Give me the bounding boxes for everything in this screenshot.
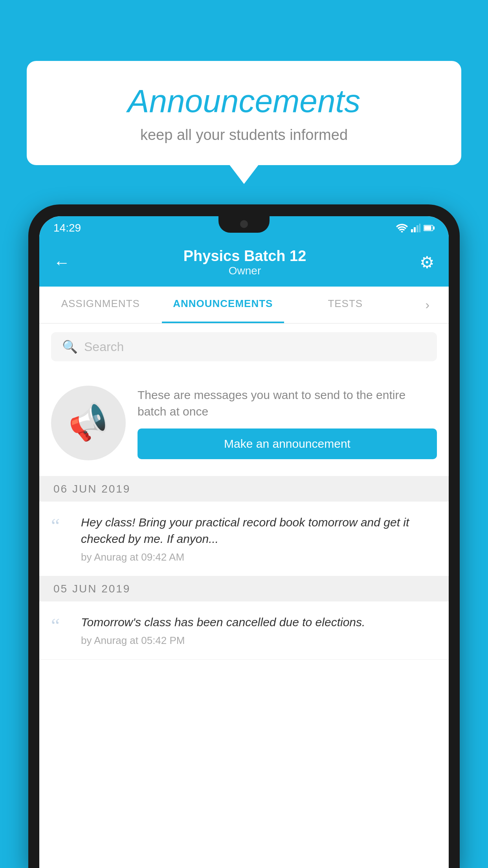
- status-bar: 14:29: [39, 216, 449, 240]
- speech-bubble-container: Announcements keep all your students inf…: [27, 61, 461, 165]
- announcement-item-2[interactable]: “ Tomorrow's class has been cancelled du…: [39, 601, 449, 660]
- notch-camera: [240, 220, 248, 228]
- svg-rect-4: [419, 224, 420, 232]
- wifi-icon: [396, 224, 408, 232]
- tab-more[interactable]: ›: [407, 287, 449, 323]
- app-header: ← Physics Batch 12 Owner ⚙: [39, 240, 449, 287]
- date-label-2: 05 JUN 2019: [53, 583, 130, 595]
- promo-section: 📢 These are messages you want to send to…: [39, 370, 449, 476]
- announcement-meta-1: by Anurag at 09:42 AM: [81, 551, 437, 563]
- announcement-content-1: Hey class! Bring your practical record b…: [81, 514, 437, 563]
- batch-role: Owner: [183, 265, 306, 277]
- svg-rect-7: [424, 226, 431, 230]
- speech-bubble-title: Announcements: [50, 83, 438, 120]
- promo-icon-circle: 📢: [51, 386, 126, 460]
- battery-icon: [424, 224, 435, 232]
- announcement-content-2: Tomorrow's class has been cancelled due …: [81, 614, 437, 647]
- date-label-1: 06 JUN 2019: [53, 483, 130, 495]
- make-announcement-button[interactable]: Make an announcement: [138, 428, 437, 459]
- svg-rect-1: [411, 229, 413, 232]
- search-container: 🔍 Search: [39, 324, 449, 370]
- quote-icon-2: “: [51, 616, 70, 635]
- phone-notch: [218, 216, 270, 233]
- phone-frame: 14:29: [28, 204, 460, 868]
- announcement-text-1: Hey class! Bring your practical record b…: [81, 514, 437, 547]
- svg-rect-2: [414, 227, 416, 232]
- date-separator-1: 06 JUN 2019: [39, 476, 449, 502]
- promo-content: These are messages you want to send to t…: [138, 387, 437, 459]
- speech-bubble-subtitle: keep all your students informed: [50, 127, 438, 143]
- phone-screen: 14:29: [39, 216, 449, 868]
- promo-description: These are messages you want to send to t…: [138, 387, 437, 420]
- svg-point-0: [401, 231, 403, 233]
- status-time: 14:29: [53, 222, 81, 234]
- back-button[interactable]: ←: [53, 253, 70, 272]
- announcement-text-2: Tomorrow's class has been cancelled due …: [81, 614, 437, 631]
- batch-title: Physics Batch 12: [183, 248, 306, 265]
- signal-icon: [411, 224, 420, 232]
- quote-icon-1: “: [51, 516, 70, 535]
- settings-icon[interactable]: ⚙: [420, 253, 435, 272]
- tab-tests[interactable]: TESTS: [284, 287, 407, 323]
- search-icon: 🔍: [62, 339, 78, 354]
- speech-bubble: Announcements keep all your students inf…: [27, 61, 461, 165]
- tab-assignments[interactable]: ASSIGNMENTS: [39, 287, 162, 323]
- header-title-section: Physics Batch 12 Owner: [183, 248, 306, 277]
- svg-rect-6: [433, 226, 435, 230]
- tab-bar: ASSIGNMENTS ANNOUNCEMENTS TESTS ›: [39, 287, 449, 324]
- svg-rect-3: [416, 225, 418, 232]
- date-separator-2: 05 JUN 2019: [39, 576, 449, 601]
- megaphone-icon: 📢: [64, 399, 113, 447]
- announcement-meta-2: by Anurag at 05:42 PM: [81, 634, 437, 647]
- announcement-item-1[interactable]: “ Hey class! Bring your practical record…: [39, 502, 449, 576]
- tab-announcements[interactable]: ANNOUNCEMENTS: [162, 287, 284, 323]
- search-placeholder: Search: [84, 340, 124, 354]
- status-icons: [396, 224, 435, 232]
- search-bar[interactable]: 🔍 Search: [51, 332, 437, 361]
